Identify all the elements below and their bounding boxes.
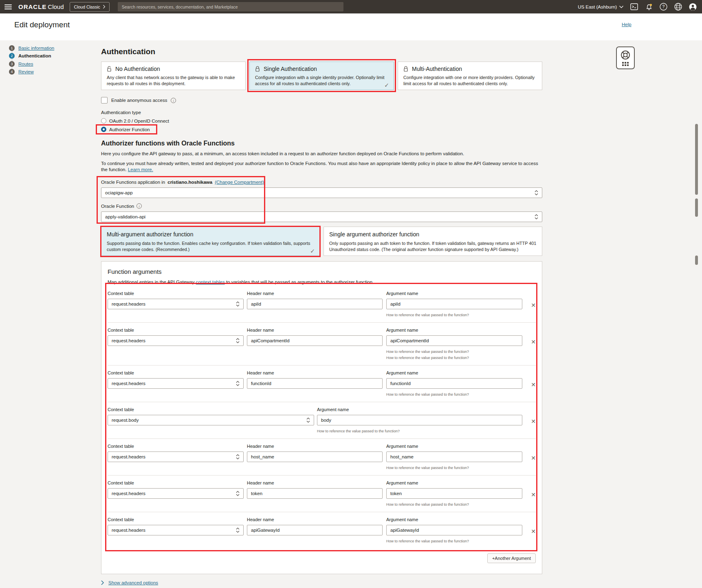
header-name-label: Header name: [247, 328, 383, 333]
oracle-function-select[interactable]: apply-validation-api: [101, 211, 542, 222]
header-name-input[interactable]: [247, 451, 383, 462]
reference-help-link[interactable]: How to reference the value passed to the…: [386, 313, 522, 317]
user-avatar[interactable]: [689, 3, 697, 11]
no-authentication-card[interactable]: No Authentication Any client that has ne…: [101, 62, 246, 90]
argument-name-input[interactable]: [386, 378, 522, 389]
context-table-select[interactable]: request.headers: [108, 299, 244, 309]
reference-help-link[interactable]: How to reference the value passed to the…: [386, 502, 522, 507]
functions-application-select[interactable]: ociapigw-app: [101, 187, 542, 198]
remove-row-icon[interactable]: ✕: [531, 339, 536, 345]
authentication-cards: No Authentication Any client that has ne…: [101, 62, 542, 90]
header-name-input[interactable]: [247, 299, 383, 309]
cloud-shell-icon[interactable]: [630, 3, 638, 11]
radio-circle-selected[interactable]: [101, 127, 106, 132]
remove-row-icon[interactable]: ✕: [531, 302, 536, 308]
oracle-function-label: Oracle Function: [101, 204, 134, 209]
step-label[interactable]: Review: [18, 69, 34, 74]
anonymous-access-checkbox[interactable]: [101, 97, 108, 104]
learn-more-link[interactable]: Learn more.: [128, 167, 153, 172]
widget-dots-icon: [622, 62, 629, 66]
radio-label: Authorizer Function: [109, 127, 150, 132]
header-name-input[interactable]: [247, 335, 383, 346]
argument-name-input[interactable]: [386, 488, 522, 499]
step-authentication[interactable]: 2 Authentication: [9, 52, 54, 60]
single-argument-card[interactable]: Single argument authorizer function Only…: [323, 227, 542, 256]
remove-row-icon[interactable]: ✕: [531, 418, 536, 424]
reference-help-link[interactable]: How to reference the value passed to the…: [386, 356, 522, 360]
region-selector[interactable]: US East (Ashburn): [578, 4, 623, 9]
remove-row-icon[interactable]: ✕: [531, 529, 536, 534]
context-table-select[interactable]: request.headers: [108, 335, 244, 346]
reference-help-link[interactable]: How to reference the value passed to the…: [386, 392, 522, 396]
card-title: Single argument authorizer function: [329, 231, 537, 238]
remove-row-icon[interactable]: ✕: [531, 382, 536, 388]
reference-help-link[interactable]: How to reference the value passed to the…: [386, 350, 522, 354]
select-stepper-icon: [306, 417, 310, 423]
topbar-right: US East (Ashburn) ?: [578, 3, 697, 11]
show-advanced-options-link[interactable]: Show advanced options: [108, 580, 158, 585]
header-name-input[interactable]: [247, 378, 383, 389]
step-routes[interactable]: 3 Routes: [9, 60, 54, 68]
step-label[interactable]: Routes: [18, 62, 33, 66]
hamburger-menu-icon[interactable]: [4, 4, 12, 9]
svg-text:i: i: [173, 99, 174, 102]
info-icon[interactable]: i: [136, 203, 142, 209]
selected-check-icon: ✓: [310, 248, 315, 254]
argument-name-input[interactable]: [317, 415, 522, 425]
header-name-label: Header name: [247, 370, 383, 375]
enable-anonymous-access-row: Enable anonymous access i: [101, 97, 542, 104]
remove-row-icon[interactable]: ✕: [531, 492, 536, 498]
header-name-input[interactable]: [247, 488, 383, 499]
step-review[interactable]: 4 Review: [9, 68, 54, 76]
function-arguments-card: Function arguments Map additional entrie…: [101, 261, 542, 574]
chevron-right-icon: [101, 580, 104, 585]
select-stepper-icon: [535, 214, 538, 220]
select-stepper-icon: [236, 338, 240, 344]
reference-help-link[interactable]: How to reference the value passed to the…: [386, 539, 522, 543]
notifications-bell-icon[interactable]: [645, 3, 653, 11]
argument-name-input[interactable]: [386, 299, 522, 309]
context-table-select[interactable]: request.headers: [108, 378, 244, 389]
multi-authentication-card[interactable]: Multi-Authentication Configure integrati…: [398, 62, 542, 90]
oracle-cloud-logo: ORACLECloud: [18, 3, 64, 10]
header-name-input[interactable]: [247, 525, 383, 535]
cloud-classic-button[interactable]: Cloud Classic: [70, 2, 110, 12]
argument-row: Context table request.headers Header nam…: [108, 286, 536, 323]
context-table-select[interactable]: request.headers: [108, 488, 244, 499]
another-argument-button[interactable]: +Another Argument: [487, 553, 536, 563]
argument-name-input[interactable]: [386, 451, 522, 462]
multi-argument-card[interactable]: Multi-argument authorizer function Suppo…: [101, 227, 320, 256]
scrollbar-thumb[interactable]: [695, 255, 698, 265]
radio-circle[interactable]: [101, 118, 106, 123]
step-label[interactable]: Basic information: [18, 46, 54, 51]
reference-help-link[interactable]: How to reference the value passed to the…: [317, 429, 522, 433]
single-authentication-card[interactable]: Single Authentication Configure integrat…: [249, 62, 394, 90]
svg-text:i: i: [139, 205, 140, 208]
search-input[interactable]: [118, 2, 343, 11]
lock-icon: [255, 66, 260, 72]
context-table-select[interactable]: request.headers: [108, 525, 244, 535]
help-question-icon[interactable]: ?: [660, 3, 667, 11]
scrollbar-thumb[interactable]: [695, 198, 698, 217]
change-compartment-link[interactable]: (Change Compartment): [215, 180, 264, 185]
radio-authorizer-function[interactable]: Authorizer Function: [101, 127, 150, 132]
context-table-select[interactable]: request.headers: [108, 451, 244, 462]
reference-help-link[interactable]: How to reference the value passed to the…: [386, 466, 522, 470]
argument-name-input[interactable]: [386, 525, 522, 535]
argument-name-input[interactable]: [386, 335, 522, 346]
remove-row-icon[interactable]: ✕: [531, 455, 536, 461]
function-argument-rows: Context table request.headers Header nam…: [108, 286, 536, 548]
help-link[interactable]: Help: [622, 22, 632, 27]
scrollbar-thumb[interactable]: [695, 124, 698, 195]
support-widget[interactable]: [616, 46, 635, 69]
language-globe-icon[interactable]: [674, 3, 682, 11]
radio-oauth[interactable]: OAuth 2.0 / OpenID Connect: [101, 118, 169, 123]
context-tables-link[interactable]: context tables: [196, 280, 225, 284]
header-name-label: Header name: [247, 517, 383, 522]
card-title: Multi-argument authorizer function: [107, 231, 314, 238]
page-header: Edit deployment Help: [0, 13, 702, 40]
info-icon[interactable]: i: [171, 98, 176, 103]
context-table-select[interactable]: request.body: [108, 415, 314, 425]
step-basic-information[interactable]: 1 Basic information: [9, 44, 54, 52]
step-label: Authentication: [18, 53, 51, 58]
